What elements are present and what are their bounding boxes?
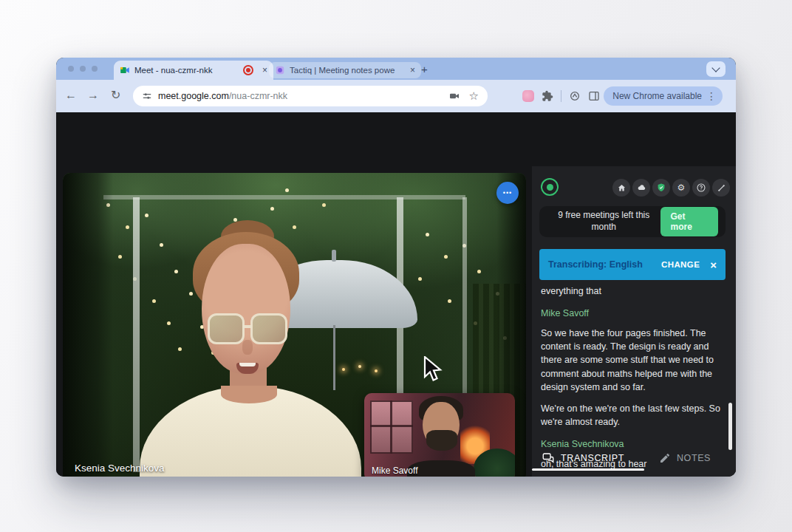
- tab-title: Tactiq | Meeting notes powe: [290, 66, 406, 75]
- quota-text: 9 free meetings left this month: [547, 210, 660, 233]
- umbrella-finial: [332, 250, 336, 262]
- privacy-shield-button[interactable]: [652, 179, 670, 197]
- participant-collar: [221, 386, 277, 403]
- settings-gear-button[interactable]: ⚙: [672, 179, 690, 197]
- transcript-tab-label: TRANSCRIPT: [561, 453, 624, 463]
- shade-left: [63, 173, 113, 477]
- pergola-beam: [103, 195, 465, 200]
- meet-favicon: [120, 65, 130, 75]
- extensions-puzzle-icon[interactable]: [542, 90, 553, 102]
- pencil-icon: [659, 452, 671, 464]
- chat-icon: [542, 451, 555, 465]
- tab-close-icon[interactable]: ×: [410, 65, 415, 75]
- participant-nose: [242, 340, 253, 355]
- transcript-scrollbar[interactable]: [728, 403, 732, 450]
- participant-name-label: Ksenia Svechnikova: [75, 463, 165, 474]
- cloud-sync-button[interactable]: [632, 179, 650, 197]
- bookmark-star-icon[interactable]: ☆: [469, 89, 479, 103]
- meet-page: Ksenia Svechnikova ••• Mike Savoff nua-c…: [56, 112, 736, 477]
- pip-participant-beard: [426, 430, 457, 451]
- pin-panel-button[interactable]: [712, 179, 730, 197]
- close-banner-icon[interactable]: ×: [710, 259, 717, 271]
- browser-menu-icon[interactable]: ⋮: [706, 90, 717, 102]
- browser-toolbar: ← → ↻ meet.google.com/nua-czmr-nkk ☆ New…: [56, 80, 736, 112]
- forward-button[interactable]: →: [87, 89, 99, 102]
- panel-tabs: TRANSCRIPT NOTES: [532, 448, 736, 468]
- main-video-tile[interactable]: Ksenia Svechnikova ••• Mike Savoff: [63, 173, 526, 477]
- back-button[interactable]: ←: [65, 89, 77, 102]
- camera-permission-icon[interactable]: [448, 90, 460, 102]
- transcribing-banner: Transcribing: English CHANGE ×: [539, 249, 726, 280]
- transcript-speaker: Mike Savoff: [541, 308, 723, 318]
- door-frame: [133, 197, 140, 472]
- dots-icon: •••: [503, 189, 512, 197]
- chrome-update-button[interactable]: New Chrome available ⋮: [604, 86, 723, 106]
- active-tab-underline: [532, 468, 644, 471]
- notes-tab-label: NOTES: [677, 453, 711, 463]
- tab-close-icon[interactable]: ×: [262, 65, 267, 75]
- pip-window-backdrop: [370, 400, 413, 454]
- candles: [342, 368, 345, 371]
- umbrella-pole: [333, 325, 335, 390]
- tab-title: Meet - nua-czmr-nkk: [134, 66, 239, 75]
- tab-strip: Meet - nua-czmr-nkk × Tactiq | Meeting n…: [56, 58, 736, 80]
- new-tab-button[interactable]: +: [421, 63, 428, 75]
- change-language-button[interactable]: CHANGE: [661, 260, 700, 269]
- side-panel-icon[interactable]: [588, 90, 600, 102]
- mouse-cursor: [423, 356, 443, 384]
- tab-notes[interactable]: NOTES: [634, 448, 736, 468]
- transcript-text: So we have the four pages finished. The …: [541, 327, 723, 394]
- tactiq-logo-icon: [541, 178, 559, 196]
- glasses-left-lens: [208, 313, 245, 344]
- glasses-right-lens: [250, 313, 287, 344]
- transcribing-label: Transcribing: English: [548, 259, 643, 270]
- recording-indicator-icon: [243, 65, 253, 75]
- help-button[interactable]: [692, 179, 710, 197]
- url-path: /nua-czmr-nkk: [229, 91, 287, 101]
- chevron-down-icon: [711, 64, 720, 72]
- pip-name-label: Mike Savoff: [372, 466, 417, 476]
- extension-icon[interactable]: [569, 90, 581, 102]
- tactiq-favicon: [275, 65, 285, 75]
- transcript-text: We're on the we're on the last few steps…: [541, 402, 723, 429]
- tab-meet[interactable]: Meet - nua-czmr-nkk ×: [114, 61, 273, 80]
- transcript-text: everything that: [541, 284, 723, 298]
- toolbar-divider: [561, 90, 561, 102]
- url-host: meet.google.com: [158, 91, 229, 101]
- address-bar[interactable]: meet.google.com/nua-czmr-nkk ☆: [133, 86, 488, 106]
- tab-transcript[interactable]: TRANSCRIPT: [532, 448, 634, 468]
- zoom-window-button[interactable]: [92, 66, 98, 72]
- pip-video-tile[interactable]: Mike Savoff: [364, 393, 515, 477]
- glasses-bridge: [243, 325, 252, 328]
- chat-bubble-button[interactable]: •••: [496, 182, 519, 204]
- update-label: New Chrome available: [612, 91, 702, 101]
- quota-card: 9 free meetings left this month Get more: [539, 206, 726, 237]
- tactiq-extension-icon[interactable]: [522, 90, 534, 102]
- tactiq-panel: ⚙ 9 free meetings left this month Get mo…: [532, 166, 736, 477]
- site-settings-icon[interactable]: [142, 91, 152, 101]
- tab-search-button[interactable]: [706, 61, 726, 77]
- get-more-button[interactable]: Get more: [660, 207, 718, 236]
- close-window-button[interactable]: [68, 66, 74, 72]
- reload-button[interactable]: ↻: [111, 89, 120, 102]
- minimize-window-button[interactable]: [80, 66, 86, 72]
- home-button[interactable]: [612, 179, 630, 197]
- tab-tactiq[interactable]: Tactiq | Meeting notes powe ×: [269, 62, 421, 78]
- browser-window: Meet - nua-czmr-nkk × Tactiq | Meeting n…: [56, 58, 736, 477]
